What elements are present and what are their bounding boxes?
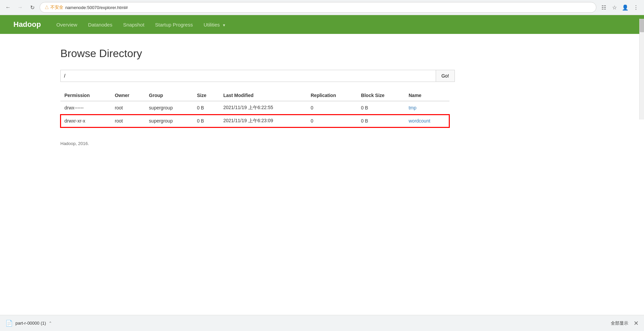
back-button[interactable]: ← xyxy=(3,3,13,12)
nav-item-snapshot[interactable]: Snapshot xyxy=(118,16,150,34)
nav-link-overview[interactable]: Overview xyxy=(51,16,83,34)
navbar-brand[interactable]: Hadoop xyxy=(13,20,41,29)
browser-actions: ☷ ☆ 👤 ⋮ xyxy=(599,3,641,12)
path-input[interactable] xyxy=(60,70,436,82)
security-warning: △ 不安全 xyxy=(45,4,63,10)
reload-button[interactable]: ↻ xyxy=(28,3,37,12)
navbar-nav: Overview Datanodes Snapshot Startup Prog… xyxy=(51,16,231,34)
col-block-size: Block Size xyxy=(357,90,405,101)
col-owner: Owner xyxy=(111,90,145,101)
nav-item-utilities[interactable]: Utilities ▼ xyxy=(198,16,231,34)
table-row[interactable]: drwxr-xr-xrootsupergroup0 B2021/11/19 上午… xyxy=(60,114,449,128)
url-text: namenode:50070/explorer.html# xyxy=(65,5,128,10)
file-link[interactable]: wordcount xyxy=(409,118,430,124)
scrollbar[interactable] xyxy=(639,19,644,120)
nav-link-snapshot[interactable]: Snapshot xyxy=(118,16,150,34)
bookmark-button[interactable]: ☆ xyxy=(610,3,619,12)
profile-button[interactable]: 👤 xyxy=(621,3,630,12)
col-permission: Permission xyxy=(60,90,111,101)
forward-button[interactable]: → xyxy=(15,3,25,12)
footer: Hadoop, 2016. xyxy=(60,141,584,146)
nav-link-datanodes[interactable]: Datanodes xyxy=(83,16,118,34)
table-row[interactable]: drwx------rootsupergroup0 B2021/11/19 上午… xyxy=(60,101,449,114)
go-button[interactable]: Go! xyxy=(436,70,455,82)
col-group: Group xyxy=(145,90,193,101)
table-body: drwx------rootsupergroup0 B2021/11/19 上午… xyxy=(60,101,449,128)
nav-link-startup-progress[interactable]: Startup Progress xyxy=(150,16,198,34)
nav-item-datanodes[interactable]: Datanodes xyxy=(83,16,118,34)
path-bar: Go! xyxy=(60,70,584,82)
col-size: Size xyxy=(193,90,219,101)
extensions-button[interactable]: ☷ xyxy=(599,3,608,12)
col-name: Name xyxy=(405,90,449,101)
warning-text: 不安全 xyxy=(50,5,63,10)
directory-table: Permission Owner Group Size Last Modifie… xyxy=(60,90,449,128)
browser-chrome: ← → ↻ △ 不安全 namenode:50070/explorer.html… xyxy=(0,0,644,15)
menu-button[interactable]: ⋮ xyxy=(631,3,641,12)
table-header: Permission Owner Group Size Last Modifie… xyxy=(60,90,449,101)
navbar: Hadoop Overview Datanodes Snapshot Start… xyxy=(0,15,644,34)
main-content: Browse Directory Go! Permission Owner Gr… xyxy=(0,34,644,159)
col-last-modified: Last Modified xyxy=(219,90,307,101)
file-link[interactable]: tmp xyxy=(409,105,416,110)
address-bar: △ 不安全 namenode:50070/explorer.html# xyxy=(40,2,596,13)
nav-item-startup-progress[interactable]: Startup Progress xyxy=(150,16,198,34)
nav-link-utilities[interactable]: Utilities ▼ xyxy=(198,16,231,34)
col-replication: Replication xyxy=(307,90,357,101)
scrollbar-thumb[interactable] xyxy=(640,19,644,32)
utilities-dropdown-arrow: ▼ xyxy=(222,23,226,27)
page-title: Browse Directory xyxy=(60,47,584,60)
browser-nav-bar: ← → ↻ △ 不安全 namenode:50070/explorer.html… xyxy=(0,0,644,15)
nav-item-overview[interactable]: Overview xyxy=(51,16,83,34)
